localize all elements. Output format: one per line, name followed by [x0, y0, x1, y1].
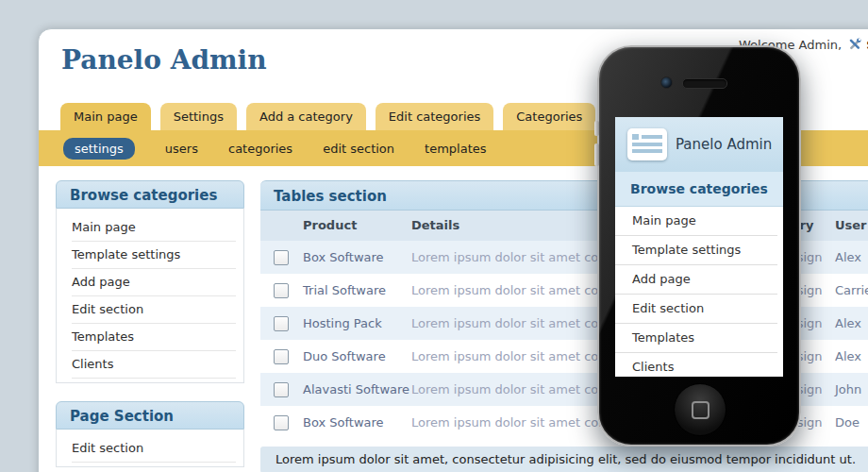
phone-category-list: Main page Template settings Add page Edi… [615, 207, 783, 377]
sidebar-item-clients[interactable]: Clients [72, 351, 236, 379]
row-checkbox[interactable] [274, 349, 289, 364]
row-checkbox[interactable] [274, 316, 289, 331]
tools-icon [847, 37, 862, 55]
cell-user: Carrie [835, 274, 868, 307]
volume-down-button [594, 143, 599, 166]
browse-categories-panel: Browse categories Main page Template set… [56, 180, 244, 383]
sidebar-item-template-settings[interactable]: Template settings [72, 242, 236, 269]
cell-user: Alex [835, 340, 861, 373]
row-checkbox[interactable] [274, 250, 289, 265]
home-square-icon [692, 401, 709, 419]
phone-item-templates[interactable]: Templates [615, 324, 777, 353]
phone-section-heading: Browse categories [615, 172, 783, 207]
sidebar-item-edit-section-2[interactable]: Edit section [72, 435, 236, 463]
cell-product: Box Software [303, 241, 384, 274]
phone-app-title: Panelo Admin [676, 117, 772, 172]
cell-product: Box Software [303, 406, 384, 439]
browse-categories-list: Main page Template settings Add page Edi… [56, 209, 244, 383]
volume-up-button [594, 121, 599, 136]
tab-categories[interactable]: Categories [503, 103, 595, 130]
sidebar-item-add-page[interactable]: Add page [72, 269, 236, 296]
sidebar-item-edit-section[interactable]: Edit section [72, 296, 236, 324]
cell-user: Alex [835, 307, 861, 340]
cell-product: Hosting Pack [303, 307, 382, 340]
page-section-list: Edit section [56, 430, 244, 467]
phone-item-template-settings[interactable]: Template settings [615, 236, 777, 265]
cell-user: John [835, 373, 861, 406]
cell-product: Trial Software [303, 274, 386, 307]
iphone-mockup: Panelo Admin Browse categories Main page… [597, 45, 801, 447]
cell-product: Alavasti Software [303, 373, 409, 406]
phone-item-add-page[interactable]: Add page [615, 265, 777, 295]
page-section-panel: Page Section Edit section [56, 401, 244, 467]
tab-add-a-category[interactable]: Add a category [246, 103, 366, 130]
column-user: User [835, 211, 867, 241]
cell-product: Duo Software [303, 340, 386, 373]
phone-app-header: Panelo Admin [615, 117, 783, 172]
row-checkbox[interactable] [274, 283, 289, 298]
row-checkbox[interactable] [274, 382, 289, 397]
cell-user: Doe [835, 406, 860, 439]
column-details: Details [411, 211, 459, 241]
tab-main-page[interactable]: Main page [60, 103, 151, 130]
column-product: Product [303, 211, 357, 241]
subnav-templates[interactable]: templates [425, 142, 486, 156]
subnav-settings[interactable]: settings [63, 138, 135, 160]
phone-item-clients[interactable]: Clients [615, 353, 777, 377]
home-button[interactable] [674, 383, 726, 436]
page-title: Panelo Admin [61, 44, 267, 76]
cell-user: Alex [835, 241, 861, 274]
page-section-title: Page Section [56, 401, 244, 430]
tab-settings[interactable]: Settings [160, 103, 237, 130]
subnav-users[interactable]: users [165, 142, 198, 156]
sidebar-item-templates[interactable]: Templates [72, 324, 236, 351]
row-checkbox[interactable] [274, 415, 289, 430]
app-icon [627, 128, 667, 160]
subnav-categories[interactable]: categories [228, 142, 292, 156]
phone-screen: Panelo Admin Browse categories Main page… [615, 117, 783, 377]
subnav-edit-section[interactable]: edit section [323, 142, 394, 156]
phone-item-main-page[interactable]: Main page [615, 207, 777, 236]
browse-categories-title: Browse categories [56, 180, 244, 209]
tab-edit-categories[interactable]: Edit categories [376, 103, 493, 130]
front-camera-icon [660, 76, 673, 89]
footer-note: Lorem ipsum dolor sit amet, consectetur … [260, 447, 868, 472]
ear-speaker [682, 78, 727, 89]
phone-item-edit-section[interactable]: Edit section [615, 295, 777, 324]
sidebar-item-main-page[interactable]: Main page [72, 214, 236, 242]
